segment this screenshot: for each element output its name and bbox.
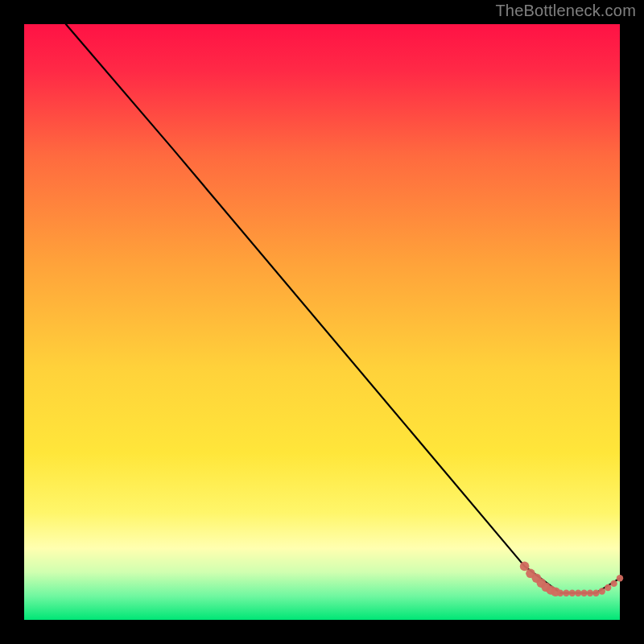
bottleneck-chart	[0, 0, 644, 644]
plot-background	[24, 24, 620, 620]
curve-marker	[569, 590, 576, 597]
curve-marker	[617, 575, 623, 581]
curve-marker	[587, 590, 593, 597]
curve-marker	[592, 590, 599, 597]
curve-marker	[520, 562, 530, 572]
curve-marker	[580, 590, 587, 597]
curve-marker	[557, 590, 564, 597]
curve-marker	[599, 588, 605, 594]
curve-marker	[575, 590, 581, 597]
curve-marker	[610, 580, 617, 587]
chart-root: { "watermark": "TheBottleneck.com", "col…	[0, 0, 644, 644]
curve-marker	[605, 584, 611, 591]
watermark-text: TheBottleneck.com	[495, 2, 636, 20]
curve-marker	[563, 590, 569, 597]
